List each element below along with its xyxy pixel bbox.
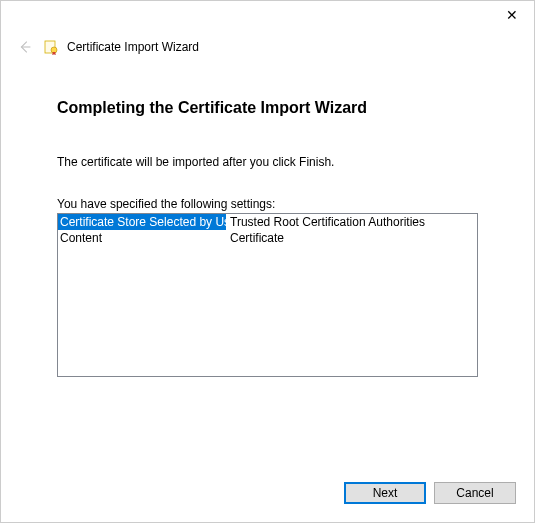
table-row[interactable]: Content Certificate bbox=[58, 230, 477, 246]
wizard-title: Certificate Import Wizard bbox=[67, 40, 199, 54]
close-icon: ✕ bbox=[506, 7, 518, 23]
page-heading: Completing the Certificate Import Wizard bbox=[57, 99, 478, 117]
setting-value: Certificate bbox=[226, 230, 477, 246]
setting-label: Content bbox=[58, 230, 226, 246]
next-button[interactable]: Next bbox=[344, 482, 426, 504]
setting-value: Trusted Root Certification Authorities bbox=[226, 214, 477, 230]
cancel-button[interactable]: Cancel bbox=[434, 482, 516, 504]
titlebar: ✕ bbox=[1, 1, 534, 33]
close-button[interactable]: ✕ bbox=[489, 1, 534, 29]
wizard-content: Completing the Certificate Import Wizard… bbox=[1, 99, 534, 377]
table-row[interactable]: Certificate Store Selected by User Trust… bbox=[58, 214, 477, 230]
setting-label: Certificate Store Selected by User bbox=[58, 214, 226, 230]
info-text: The certificate will be imported after y… bbox=[57, 155, 478, 169]
back-arrow-icon bbox=[16, 38, 34, 56]
settings-label: You have specified the following setting… bbox=[57, 197, 478, 211]
wizard-header: Certificate Import Wizard bbox=[1, 33, 534, 75]
wizard-footer: Next Cancel bbox=[344, 482, 516, 504]
settings-table[interactable]: Certificate Store Selected by User Trust… bbox=[57, 213, 478, 377]
back-button bbox=[15, 37, 35, 57]
certificate-icon bbox=[43, 39, 59, 55]
